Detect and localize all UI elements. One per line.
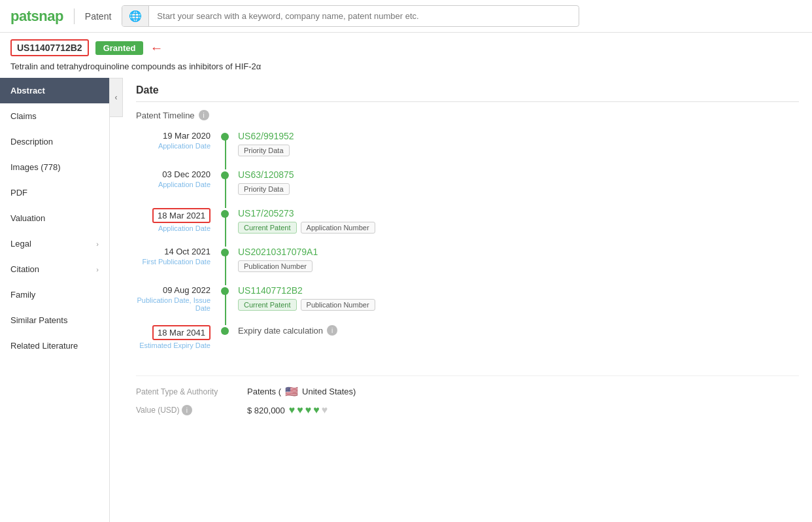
patent-ref-1[interactable]: US62/991952: [238, 131, 294, 141]
timeline-dot-6: [221, 327, 229, 335]
timeline-header-label: Patent Timeline: [136, 111, 195, 120]
heart-3: ♥: [305, 404, 312, 416]
header-divider: [74, 9, 75, 24]
globe-button[interactable]: 🌐: [122, 6, 149, 26]
us-flag: 🇺🇸: [285, 385, 298, 398]
tags-5: Current Patent Publication Number: [238, 299, 799, 311]
tags-4: Publication Number: [238, 260, 799, 272]
value-info-icon[interactable]: i: [182, 405, 192, 415]
search-input[interactable]: [149, 7, 579, 25]
timeline-content-1: US62/991952 Priority Data: [229, 131, 799, 156]
collapse-button[interactable]: ‹: [110, 78, 123, 117]
heart-1: ♥: [289, 404, 296, 416]
tag-app-number-3: Application Number: [301, 222, 375, 234]
sidebar-item-images[interactable]: Images (778): [0, 154, 109, 180]
patent-type-value: Patents (🇺🇸 United States): [247, 385, 356, 398]
patent-ref-3[interactable]: US17/205273: [238, 208, 294, 218]
patent-info-grid: Patent Type & Authority Patents (🇺🇸 Unit…: [136, 375, 799, 416]
timeline-item-1: 19 Mar 2020 Application Date US62/991952…: [136, 131, 799, 156]
sidebar-item-family[interactable]: Family: [0, 282, 109, 307]
sidebar-label-valuation: Valuation: [10, 213, 45, 223]
heart-4: ♥: [313, 404, 320, 416]
timeline-content-6: Expiry date calculation i: [229, 325, 799, 336]
sidebar: Abstract Claims Description Images (778)…: [0, 78, 110, 522]
timeline-date-3: 18 Mar 2021: [152, 208, 211, 223]
sidebar-label-abstract: Abstract: [10, 86, 45, 96]
timeline-label-5: Publication Date, Issue Date: [136, 296, 211, 312]
timeline-date-4: 14 Oct 2021: [136, 247, 211, 256]
timeline-content-2: US63/120875 Priority Data: [229, 169, 799, 195]
sidebar-label-description: Description: [10, 137, 53, 147]
timeline-label-4: First Publication Date: [136, 258, 211, 266]
patent-ref-4[interactable]: US20210317079A1: [238, 247, 318, 257]
sidebar-item-abstract[interactable]: Abstract: [0, 78, 109, 103]
timeline-date-col-2: 03 Dec 2020 Application Date: [136, 169, 221, 188]
sidebar-label-family: Family: [10, 290, 35, 300]
tag-pub-number-5: Publication Number: [301, 299, 375, 311]
sidebar-item-similar[interactable]: Similar Patents: [0, 307, 109, 333]
sidebar-item-description[interactable]: Description: [0, 129, 109, 154]
tag-pub-number-4: Publication Number: [238, 260, 313, 272]
timeline-item-4: 14 Oct 2021 First Publication Date US202…: [136, 247, 799, 272]
legal-chevron: ›: [96, 240, 99, 248]
timeline-content-5: US11407712B2 Current Patent Publication …: [229, 285, 799, 311]
sidebar-item-pdf[interactable]: PDF: [0, 180, 109, 205]
sidebar-label-legal: Legal: [10, 239, 31, 249]
timeline-dot-3: [221, 210, 229, 218]
timeline-date-6: 18 Mar 2041: [152, 325, 211, 340]
patent-id-bar: US11407712B2 Granted ←: [0, 33, 812, 60]
timeline-date-col-6: 18 Mar 2041 Estimated Expiry Date: [136, 325, 221, 349]
timeline-dot-1: [221, 133, 229, 141]
nav-patent[interactable]: Patent: [85, 11, 111, 22]
sidebar-label-related: Related Literature: [10, 341, 78, 351]
timeline-content-3: US17/205273 Current Patent Application N…: [229, 208, 799, 234]
patent-type-row: Patent Type & Authority Patents (🇺🇸 Unit…: [136, 385, 799, 398]
patent-ref-2[interactable]: US63/120875: [238, 169, 294, 180]
timeline-item-2: 03 Dec 2020 Application Date US63/120875…: [136, 169, 799, 195]
tags-2: Priority Data: [238, 183, 799, 195]
timeline-label-6: Estimated Expiry Date: [136, 341, 211, 349]
patent-number: US11407712B2: [10, 39, 89, 56]
timeline-date-col-3: 18 Mar 2021 Application Date: [136, 208, 221, 232]
tags-1: Priority Data: [238, 145, 799, 156]
timeline-date-5: 09 Aug 2022: [136, 285, 211, 295]
search-bar: 🌐: [122, 5, 579, 27]
timeline-info-icon[interactable]: i: [199, 110, 209, 120]
value-value: $ 820,000 ♥ ♥ ♥ ♥ ♥: [247, 404, 328, 416]
tag-priority-data-1: Priority Data: [238, 145, 290, 156]
timeline-date-2: 03 Dec 2020: [136, 169, 211, 179]
content-area: Date Patent Timeline i 19 Mar 2020 Appli…: [123, 78, 812, 522]
tag-current-patent-5: Current Patent: [238, 299, 297, 311]
patent-type-label: Patent Type & Authority: [136, 387, 241, 396]
timeline-label-1: Application Date: [136, 142, 211, 150]
sidebar-label-claims: Claims: [10, 111, 37, 121]
sidebar-item-citation[interactable]: Citation ›: [0, 256, 109, 282]
timeline-item-5: 09 Aug 2022 Publication Date, Issue Date…: [136, 285, 799, 312]
timeline-item-3: 18 Mar 2021 Application Date US17/205273…: [136, 208, 799, 234]
tag-priority-data-2: Priority Data: [238, 183, 290, 195]
value-row: Value (USD) i $ 820,000 ♥ ♥ ♥ ♥ ♥: [136, 404, 799, 416]
timeline-dot-5: [221, 287, 229, 295]
sidebar-label-pdf: PDF: [10, 188, 27, 198]
heart-5: ♥: [322, 404, 328, 416]
timeline-dot-2: [221, 171, 229, 179]
sidebar-item-claims[interactable]: Claims: [0, 103, 109, 129]
citation-chevron: ›: [96, 266, 99, 273]
sidebar-item-related[interactable]: Related Literature: [0, 333, 109, 358]
timeline-date-col-4: 14 Oct 2021 First Publication Date: [136, 247, 221, 266]
timeline-content-4: US20210317079A1 Publication Number: [229, 247, 799, 272]
expiry-info-icon[interactable]: i: [327, 325, 337, 336]
patent-ref-5[interactable]: US11407712B2: [238, 285, 303, 296]
section-title: Date: [136, 84, 799, 102]
timeline-dot-4: [221, 249, 229, 256]
sidebar-item-valuation[interactable]: Valuation: [0, 205, 109, 231]
header: patsnap Patent 🌐: [0, 0, 812, 33]
granted-badge: Granted: [95, 41, 144, 55]
heart-2: ♥: [297, 404, 303, 416]
timeline-label-2: Application Date: [136, 181, 211, 188]
sidebar-label-similar: Similar Patents: [10, 315, 67, 325]
timeline-date-col-5: 09 Aug 2022 Publication Date, Issue Date: [136, 285, 221, 312]
sidebar-item-legal[interactable]: Legal ›: [0, 231, 109, 256]
tags-3: Current Patent Application Number: [238, 222, 799, 234]
main-layout: Abstract Claims Description Images (778)…: [0, 78, 812, 522]
